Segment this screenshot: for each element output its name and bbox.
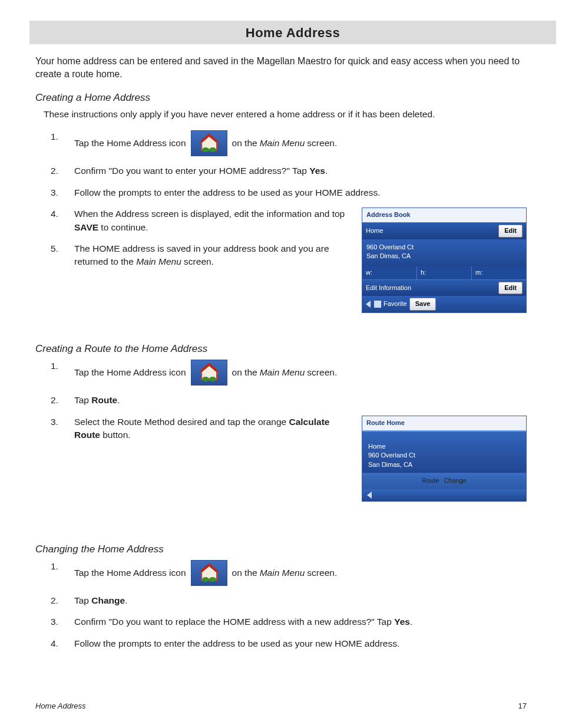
s3-step2: Tap Change. xyxy=(51,594,527,607)
shot2-back-icon[interactable] xyxy=(367,492,372,499)
s3-step2-b: Change xyxy=(91,595,125,605)
shot1-title: Address Book xyxy=(362,208,526,222)
s2-step2-b: Route xyxy=(91,395,117,405)
shot2-route-button[interactable]: Route xyxy=(422,476,439,486)
shot2-line3: San Dimas, CA xyxy=(368,460,520,469)
svg-point-13 xyxy=(202,577,209,582)
s3-step3-b: Yes xyxy=(394,617,410,627)
shot2-change-button[interactable]: Change xyxy=(444,476,467,486)
s2-step3-a: Select the Route Method desired and tap … xyxy=(74,417,289,427)
shot1-editinfo-button[interactable]: Edit xyxy=(498,282,523,295)
s2-step3-c: button. xyxy=(100,430,131,440)
section-heading-creating: Creating a Home Address xyxy=(35,92,527,104)
shot2-title: Route Home xyxy=(362,416,526,430)
s1-step1-text-b: on the xyxy=(232,137,257,150)
section1-note: These instructions only apply if you hav… xyxy=(44,108,527,121)
s1-step4-a: When the Address screen is displayed, ed… xyxy=(74,209,345,219)
s1-step5-b: screen. xyxy=(181,256,214,266)
s1-step1-menu: Main Menu xyxy=(260,137,305,150)
s2-step1-c: screen. xyxy=(307,366,337,379)
s1-step4-c: to continue. xyxy=(98,222,148,232)
svg-point-14 xyxy=(209,577,216,582)
s2-step1-a: Tap the Home Address icon xyxy=(74,366,186,379)
s1-step2-c: . xyxy=(325,166,328,176)
shot1-save-button[interactable]: Save xyxy=(409,298,437,311)
s3-step3: Confirm "Do you want to replace the HOME… xyxy=(51,615,527,628)
section-heading-route: Creating a Route to the Home Address xyxy=(35,343,527,355)
s1-step5: The HOME address is saved in your addres… xyxy=(51,242,527,269)
s3-step1-b: on the xyxy=(232,566,257,579)
s2-step1: Tap the Home Address icon on the Main Me… xyxy=(51,360,527,386)
route-home-screenshot: Route Home Home 960 Overland Ct San Dima… xyxy=(362,416,527,502)
s2-step2-c: . xyxy=(117,395,120,405)
s1-step2: Confirm "Do you want to enter your HOME … xyxy=(51,164,527,177)
s3-step1-a: Tap the Home Address icon xyxy=(74,566,186,579)
footer-section: Home Address xyxy=(35,701,86,710)
s2-step2-a: Tap xyxy=(74,395,91,405)
s3-step4: Follow the prompts to enter the address … xyxy=(51,637,527,650)
s1-step3: Follow the prompts to enter the address … xyxy=(51,186,527,199)
s2-step1-b: on the xyxy=(232,366,257,379)
s2-step1-menu: Main Menu xyxy=(260,366,305,379)
shot1-back-icon[interactable] xyxy=(366,301,371,308)
s3-step2-c: . xyxy=(125,595,127,605)
s3-step3-c: . xyxy=(410,617,412,627)
s2-step3: Route Home Home 960 Overland Ct San Dima… xyxy=(51,416,527,442)
page-title: Home Address xyxy=(29,21,556,44)
home-address-icon xyxy=(191,560,227,586)
s3-step1-menu: Main Menu xyxy=(260,566,305,579)
shot1-editinfo-label: Edit Information xyxy=(366,284,496,293)
s3-step1: Tap the Home Address icon on the Main Me… xyxy=(51,560,527,586)
home-address-icon xyxy=(191,130,227,156)
shot1-edit-button[interactable]: Edit xyxy=(498,225,523,238)
svg-point-8 xyxy=(202,377,209,381)
s2-step2: Tap Route. xyxy=(51,394,527,407)
shot1-fav-checkbox[interactable] xyxy=(374,301,381,308)
s1-step1-text-a: Tap the Home Address icon xyxy=(74,137,186,150)
shot1-home-label: Home xyxy=(366,226,496,236)
s1-step2-a: Confirm "Do you want to enter your HOME … xyxy=(74,166,309,176)
s1-step2-b: Yes xyxy=(309,166,325,176)
s1-step4: Address Book Home Edit 960 Overland Ct S… xyxy=(51,207,527,234)
s1-step4-b: SAVE xyxy=(74,222,98,232)
s1-step5-menu: Main Menu xyxy=(136,256,181,266)
intro-text: Your home address can be entered and sav… xyxy=(35,55,527,80)
shot2-line1: Home xyxy=(368,442,520,451)
svg-point-3 xyxy=(202,147,209,152)
s1-step1-text-c: screen. xyxy=(307,137,337,150)
shot1-fav-label: Favorite xyxy=(384,299,407,309)
section-heading-change: Changing the Home Address xyxy=(35,543,527,555)
svg-point-9 xyxy=(209,377,216,381)
svg-point-4 xyxy=(209,147,216,152)
s1-step1: Tap the Home Address icon on the Main Me… xyxy=(51,130,527,156)
s3-step2-a: Tap xyxy=(74,595,91,605)
shot2-line2: 960 Overland Ct xyxy=(368,451,520,460)
s3-step3-a: Confirm "Do you want to replace the HOME… xyxy=(74,617,394,627)
s3-step1-c: screen. xyxy=(307,566,337,579)
home-address-icon xyxy=(191,360,227,386)
footer-page-number: 17 xyxy=(518,701,527,710)
